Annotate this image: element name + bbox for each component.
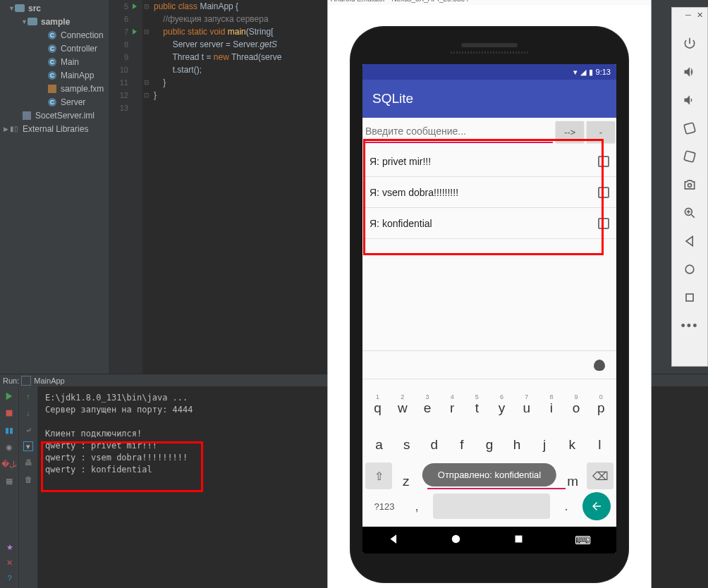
run-config-name: MainApp (34, 376, 64, 385)
android-statusbar: ▾ ◢ ▮ 9:13 (362, 64, 616, 80)
code-area[interactable]: public class MainApp { //фуекция запуска… (154, 0, 327, 114)
rerun-button[interactable] (4, 391, 15, 402)
down-button[interactable]: ↓ (23, 408, 34, 419)
power-icon[interactable] (682, 36, 697, 51)
key-o[interactable]: 9o (566, 393, 587, 416)
tree-item[interactable]: ▼src (0, 1, 109, 15)
tree-item[interactable]: ▼sample (0, 15, 109, 28)
volume-down-icon[interactable] (682, 92, 697, 108)
key-p[interactable]: 0p (590, 393, 611, 416)
key-g[interactable]: g (477, 437, 501, 453)
checkbox[interactable] (598, 187, 609, 198)
soft-wrap-button[interactable]: ⤶ (23, 424, 34, 436)
trash-button[interactable]: 🗑 (23, 474, 34, 485)
close-x-icon[interactable]: ✕ (4, 557, 16, 568)
key-f[interactable]: f (450, 437, 473, 453)
soft-keyboard[interactable]: 1q2w3e4r5t6y7u8i9o0p asdfghjkl ⇧ zxcvbnm… (362, 350, 616, 527)
keyboard-row-3: ⇧ zxcvbnm ⌫ Отправлено: konfidential (362, 453, 616, 489)
phone-screen[interactable]: ▾ ◢ ▮ 9:13 SQLite --> - Я: privet mir!!!… (362, 64, 616, 553)
more-icon[interactable]: ••• (682, 318, 697, 333)
numeric-key[interactable]: ?123 (368, 501, 401, 512)
stop-button[interactable] (4, 408, 15, 419)
run-tool-column-right: ↑ ↓ ⤶ ▾ 🖶 🗑 (19, 386, 38, 588)
key-l[interactable]: l (588, 437, 611, 453)
key-d[interactable]: d (422, 437, 446, 453)
key-u[interactable]: 7u (516, 393, 537, 416)
tree-item[interactable]: sample.fxm (0, 82, 109, 95)
tree-item[interactable]: CMain (0, 55, 109, 68)
shift-key[interactable]: ⇧ (365, 463, 392, 489)
checkbox[interactable] (598, 156, 609, 167)
print-button[interactable]: 🖶 (23, 457, 34, 468)
rotate-right-icon[interactable] (682, 149, 697, 164)
help-icon[interactable]: ? (4, 572, 16, 584)
camera-icon[interactable] (682, 177, 697, 192)
key-w[interactable]: 2w (392, 393, 413, 416)
key-i[interactable]: 8i (541, 393, 562, 416)
mic-icon[interactable] (594, 360, 605, 371)
key-h[interactable]: h (506, 437, 529, 453)
space-key[interactable] (433, 494, 550, 519)
nav-keyboard-icon[interactable]: ⌨ (575, 534, 591, 547)
tree-item[interactable]: CServer (0, 95, 109, 109)
pause-button[interactable]: ▮▮ (4, 424, 15, 436)
key-e[interactable]: 3e (417, 393, 438, 416)
tree-item[interactable]: CConnection (0, 28, 109, 42)
message-row[interactable]: Я: vsem dobra!!!!!!!!! (362, 177, 616, 208)
key-y[interactable]: 6y (492, 393, 513, 416)
volume-up-icon[interactable] (682, 64, 697, 80)
layout-button[interactable]: ▦ (4, 475, 15, 486)
overview-icon[interactable] (682, 290, 697, 305)
nav-recent[interactable] (513, 533, 525, 547)
toast-underline (427, 488, 566, 489)
window-close-icon[interactable]: ✕ (695, 11, 704, 20)
key-a[interactable]: a (367, 437, 391, 453)
camera-button[interactable]: ◉ (4, 441, 15, 453)
tree-item[interactable]: CMainApp (0, 68, 109, 82)
key-z[interactable]: z (396, 474, 417, 489)
status-time: 9:13 (596, 68, 611, 76)
wifi-icon: ▾ (573, 68, 578, 77)
bottom-left-tools: ★ ✕ ? (0, 541, 19, 588)
favorites-icon[interactable]: ★ (4, 541, 16, 553)
message-row[interactable]: Я: konfidential (362, 208, 616, 239)
back-icon[interactable] (682, 233, 697, 249)
key-s[interactable]: s (395, 437, 418, 453)
checkbox[interactable] (598, 218, 609, 229)
message-row[interactable]: Я: privet mir!!! (362, 146, 616, 177)
send-button[interactable]: --> (556, 121, 584, 142)
window-minimize-icon[interactable]: ─ (683, 11, 693, 20)
backspace-key[interactable]: ⌫ (587, 463, 614, 489)
tree-item[interactable]: CController (0, 42, 109, 55)
nav-home[interactable] (450, 533, 462, 547)
zoom-icon[interactable] (682, 205, 697, 221)
up-button[interactable]: ↑ (23, 391, 34, 402)
run-label: Run: (3, 376, 19, 385)
code-editor[interactable]: 5678910111213 ⊟⊟⊟⊡ public class MainApp … (109, 0, 327, 374)
svg-rect-5 (684, 151, 695, 162)
nav-back[interactable] (388, 533, 400, 547)
fold-column[interactable]: ⊟⊟⊟⊡ (144, 0, 151, 374)
project-tree[interactable]: ▼src▼sampleCConnectionCControllerCMainCM… (0, 0, 109, 374)
key-q[interactable]: 1q (367, 393, 389, 416)
key-k[interactable]: k (561, 437, 584, 453)
scroll-end-button[interactable]: ▾ (23, 441, 33, 451)
message-input[interactable] (364, 121, 553, 143)
exit-button[interactable]: �ىل (4, 458, 15, 470)
home-icon[interactable] (682, 262, 697, 277)
minus-button[interactable]: - (587, 121, 615, 142)
battery-icon: ▮ (589, 68, 593, 77)
tree-item[interactable]: ▶▮▯External Libraries (0, 122, 109, 135)
rotate-left-icon[interactable] (682, 121, 697, 136)
key-j[interactable]: j (533, 437, 556, 453)
key-t[interactable]: 5t (466, 393, 487, 416)
suggestion-bar[interactable] (362, 351, 616, 379)
key-r[interactable]: 4r (441, 393, 463, 416)
message-text: Я: privet mir!!! (370, 156, 431, 167)
comma-key[interactable]: , (406, 499, 427, 514)
enter-key[interactable] (582, 492, 611, 520)
message-list[interactable]: Я: privet mir!!!Я: vsem dobra!!!!!!!!!Я:… (362, 146, 616, 239)
period-key[interactable]: . (556, 499, 577, 514)
key-m[interactable]: m (562, 474, 583, 489)
tree-item[interactable]: SocetServer.iml (0, 109, 109, 122)
